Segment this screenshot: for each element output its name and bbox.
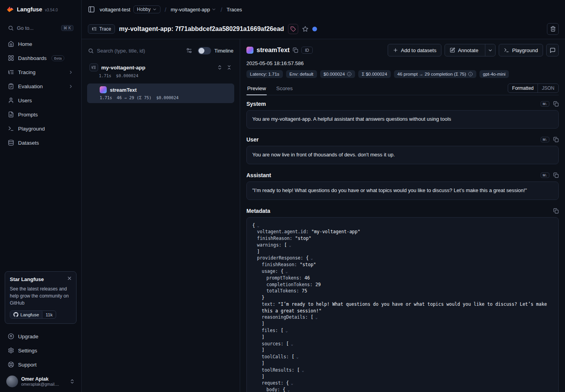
json-line: ]	[252, 321, 553, 327]
chevron-right-icon	[68, 84, 73, 89]
app-logo[interactable]: Langfuse v3.54.0	[5, 0, 77, 19]
sidebar-item-upgrade[interactable]: Upgrade	[5, 329, 77, 343]
sidebar-item-users[interactable]: Users	[5, 93, 77, 107]
copy-icon[interactable]	[553, 101, 559, 107]
sidebar-item-dashboards[interactable]: DashboardsBeta	[5, 51, 77, 65]
clipboard-check-icon	[8, 83, 14, 89]
collapse-toggle-icon[interactable]: ⌄	[257, 223, 259, 228]
collapse-toggle-icon[interactable]: ⌄	[302, 368, 304, 372]
sidebar-item-label: Users	[18, 98, 32, 103]
copy-name-icon[interactable]	[293, 47, 298, 53]
detail-tabs: Preview Scores Formatted JSON	[246, 83, 559, 95]
collapse-toggle-icon[interactable]: ⌄	[315, 315, 318, 319]
observation-tokens: 46 → 29 (Σ 75)	[117, 95, 152, 100]
sidebar-item-playground[interactable]: Playground	[5, 122, 77, 136]
user-menu[interactable]: Omer Aplak omeraplak@gmail....	[5, 372, 77, 392]
sidebar-item-tracing[interactable]: Tracing	[5, 65, 77, 79]
copy-icon[interactable]	[553, 137, 559, 142]
database-icon	[8, 140, 14, 146]
trace-root-row[interactable]: my-voltagent-app	[87, 64, 234, 71]
json-line: ]	[252, 334, 553, 341]
format-formatted[interactable]: Formatted	[508, 84, 538, 93]
tab-preview[interactable]: Preview	[246, 83, 267, 95]
tree-search-input[interactable]	[97, 48, 183, 54]
annotate-dropdown-button[interactable]	[485, 44, 495, 56]
metric-badges: Latency: 1.71sEnv: default$0.000024Σ $0.…	[246, 70, 559, 78]
copy-icon[interactable]	[553, 208, 559, 214]
collapse-toggle-icon[interactable]: ⌄	[285, 269, 288, 274]
json-line: ]	[252, 249, 553, 255]
collapse-toggle-icon[interactable]: ⌄	[289, 243, 291, 247]
breadcrumb-page[interactable]: Traces	[227, 7, 242, 13]
sidebar-nav: HomeDashboardsBetaTracingEvaluationUsers…	[5, 37, 77, 150]
list-tree-icon	[91, 65, 96, 70]
sidebar-item-label: Home	[18, 41, 32, 47]
trash-icon	[550, 26, 556, 32]
goto-button[interactable]: Go to... ⌘ K	[5, 21, 77, 34]
goto-label: Go to...	[17, 25, 58, 31]
app-name: Langfuse	[17, 6, 42, 13]
annotation-indicator-dot[interactable]	[312, 27, 317, 31]
tab-scores[interactable]: Scores	[275, 83, 293, 95]
file-text-icon	[8, 111, 14, 118]
list-tree-icon	[92, 26, 97, 31]
info-icon	[347, 72, 352, 76]
copy-icon[interactable]	[553, 172, 559, 178]
breadcrumb-project[interactable]: my-voltagent-app	[171, 7, 216, 13]
github-icon	[13, 312, 18, 317]
badge-text: Latency: 1.71s	[250, 72, 279, 76]
json-line: body: {⌄	[252, 387, 553, 392]
sidebar-item-support[interactable]: Support	[5, 358, 77, 372]
expand-all-icon[interactable]	[217, 65, 222, 70]
bookmark-star-icon[interactable]	[302, 26, 308, 32]
collapse-toggle-icon[interactable]: ⌄	[291, 342, 293, 346]
sidebar-item-settings[interactable]: Settings	[5, 343, 77, 358]
delete-trace-button[interactable]	[547, 23, 559, 35]
observation-latency: 1.71s	[100, 95, 112, 100]
sidebar-item-prompts[interactable]: Prompts	[5, 107, 77, 122]
sidebar-item-home[interactable]: Home	[5, 37, 77, 51]
timeline-toggle[interactable]	[198, 47, 211, 54]
format-json[interactable]: JSON	[538, 84, 558, 93]
chevron-down-icon	[211, 7, 216, 12]
plan-badge-label: Hobby	[137, 7, 151, 12]
collapse-toggle-icon[interactable]: ⌄	[285, 328, 288, 333]
annotate-button[interactable]: Annotate	[445, 44, 496, 56]
id-chip[interactable]: ID	[301, 47, 313, 54]
add-to-datasets-label: Add to datasets	[401, 47, 436, 53]
json-line: }	[252, 294, 553, 301]
plan-badge[interactable]: Hobby	[133, 5, 160, 13]
chevron-down-icon	[488, 48, 493, 53]
collapse-toggle-icon[interactable]: ⌄	[291, 381, 293, 385]
metadata-json: {⌄voltagent.agent.id: "my-voltagent-app"…	[246, 217, 559, 392]
close-icon[interactable]	[67, 276, 72, 281]
detail-scroll-area[interactable]: System M↓ You are my-voltagent-app. A he…	[246, 95, 559, 392]
github-star-button[interactable]: Langfuse 11k	[10, 310, 56, 319]
sidebar-bottom: Star Langfuse See the latest releases an…	[5, 271, 77, 392]
collapse-toggle-icon[interactable]: ⌄	[287, 388, 290, 392]
annotate-label: Annotate	[458, 47, 478, 53]
markdown-toggle-icon[interactable]: M↓	[541, 137, 549, 142]
collapse-all-icon[interactable]	[226, 65, 232, 70]
trace-root-name: my-voltagent-app	[101, 65, 146, 71]
trace-title: my-voltagent-app: 7f71abbdcef2aa580291a1…	[119, 25, 284, 33]
observation-row-streamtext[interactable]: streamText 1.71s 46 → 29 (Σ 75) $0.00002…	[87, 83, 234, 103]
add-to-datasets-button[interactable]: Add to datasets	[388, 44, 441, 56]
collapse-toggle-icon[interactable]: ⌄	[296, 355, 299, 359]
sidebar-item-evaluation[interactable]: Evaluation	[5, 79, 77, 93]
comment-button[interactable]	[546, 44, 559, 56]
markdown-toggle-icon[interactable]: M↓	[541, 172, 549, 178]
markdown-toggle-icon[interactable]: M↓	[541, 101, 549, 107]
star-card-title: Star Langfuse	[10, 276, 44, 282]
section-assistant: Assistant M↓ "I’m ready to help! What qu…	[246, 172, 559, 200]
breadcrumb-org[interactable]: voltagent-test	[100, 7, 130, 13]
collapse-toggle-icon[interactable]: ⌄	[311, 256, 313, 260]
trace-header: Trace my-voltagent-app: 7f71abbdcef2aa58…	[82, 19, 565, 39]
sidebar-item-datasets[interactable]: Datasets	[5, 136, 77, 150]
sidebar-toggle-icon[interactable]	[88, 6, 95, 13]
playground-button[interactable]: Playground	[499, 44, 543, 56]
breadcrumb-page-label: Traces	[227, 7, 242, 13]
badge-text: gpt-4o-mini	[483, 72, 506, 76]
tag-button[interactable]	[288, 24, 298, 34]
filter-icon[interactable]	[186, 47, 192, 54]
